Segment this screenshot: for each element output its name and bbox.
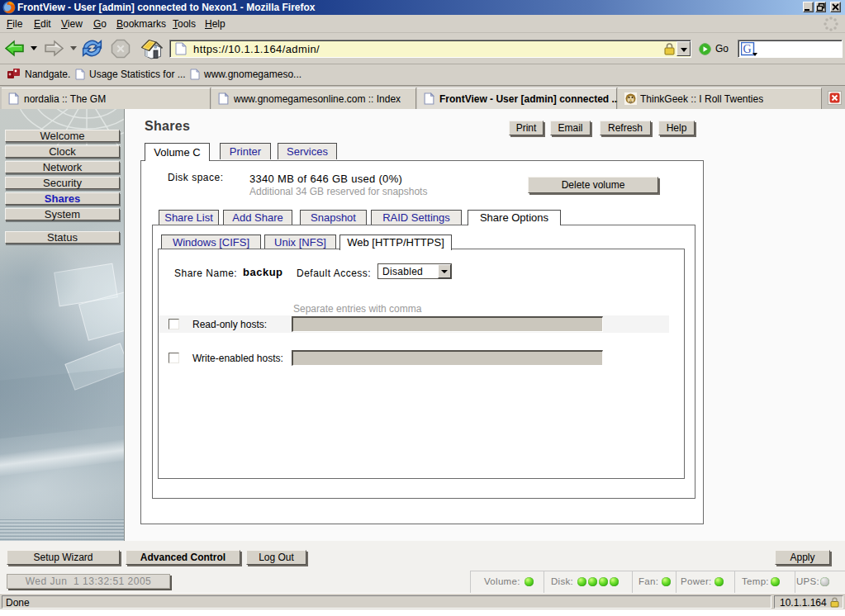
svg-text:G: G <box>743 43 752 55</box>
